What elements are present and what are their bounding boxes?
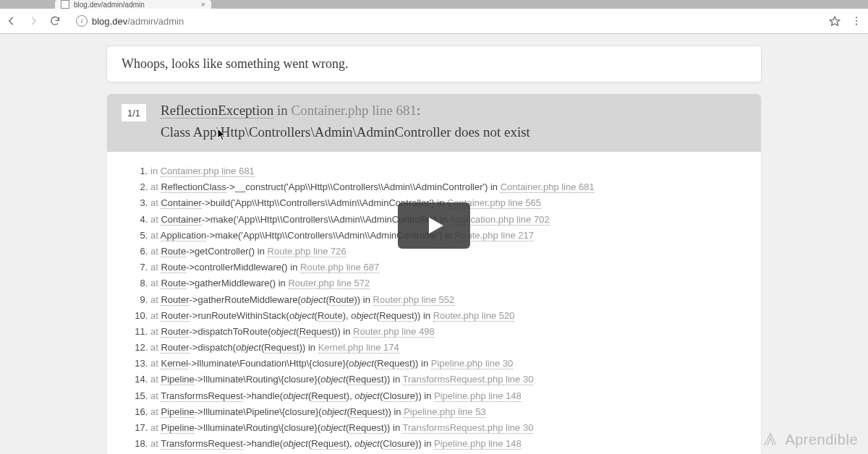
- stack-file-link[interactable]: Pipeline.php line 53: [404, 406, 485, 418]
- reload-icon[interactable]: [49, 15, 61, 27]
- svg-point-3: [856, 24, 857, 25]
- video-play-button[interactable]: [398, 202, 470, 249]
- stack-frame: at Router->dispatchToRoute(object(Reques…: [150, 325, 744, 338]
- exception-counter: 1/1: [122, 104, 146, 121]
- exception-header: 1/1 ReflectionException in Container.php…: [107, 94, 761, 152]
- exception-name[interactable]: ReflectionException: [161, 103, 273, 119]
- forward-icon[interactable]: [27, 15, 39, 27]
- stack-file-link[interactable]: Container.php line 681: [161, 166, 255, 177]
- exception-message: Class App\Http\Controllers\Admin\AdminCo…: [161, 124, 746, 140]
- stack-file-link[interactable]: Pipeline.php line 148: [434, 438, 522, 450]
- back-icon[interactable]: [6, 15, 17, 27]
- stack-frame: at ReflectionClass->__construct('App\\Ht…: [150, 181, 744, 194]
- stack-frame: at Kernel->Illuminate\Foundation\Http\{c…: [150, 357, 744, 370]
- watermark: Aprendible: [762, 431, 858, 448]
- tab-title: blog.dev/admin/admin: [74, 1, 145, 9]
- browser-tab-strip: blog.dev/admin/admin ×: [0, 0, 868, 9]
- watermark-text: Aprendible: [785, 432, 858, 448]
- stack-file-link[interactable]: TransformsRequest.php line 30: [402, 422, 533, 434]
- stack-frame: at Route->controllerMiddleware() in Rout…: [150, 261, 744, 274]
- svg-point-2: [856, 20, 857, 22]
- stack-frame: at Pipeline->Illuminate\Pipeline\{closur…: [150, 406, 744, 419]
- browser-toolbar: i blog.dev/admin/admin: [0, 9, 868, 34]
- stack-frame: at TransformsRequest->handle(object(Requ…: [150, 390, 744, 403]
- stack-file-link[interactable]: Container.php line 681: [501, 181, 595, 193]
- exception-title: ReflectionException in Container.php lin…: [161, 103, 746, 119]
- watermark-logo-icon: [762, 431, 779, 448]
- url-path: /admin/admin: [127, 16, 184, 27]
- stack-frame: at Pipeline->Illuminate\Routing\{closure…: [150, 373, 744, 386]
- whoops-banner: Whoops, looks like something went wrong.: [106, 46, 762, 82]
- page-favicon: [61, 0, 69, 9]
- browser-tab[interactable]: blog.dev/admin/admin ×: [55, 0, 211, 9]
- stack-file-link[interactable]: Router.php line 520: [433, 310, 515, 322]
- stack-frame: at Pipeline->Illuminate\Routing\{closure…: [150, 421, 744, 434]
- stack-file-link[interactable]: Router.php line 572: [288, 278, 370, 289]
- whoops-text: Whoops, looks like something went wrong.: [107, 46, 761, 82]
- bookmark-star-icon[interactable]: [829, 15, 841, 27]
- stack-file-link[interactable]: TransformsRequest.php line 30: [402, 374, 533, 385]
- stack-file-link[interactable]: Kernel.php line 174: [318, 342, 399, 354]
- stack-frame: at Router->gatherRouteMiddleware(object(…: [150, 294, 744, 307]
- svg-marker-4: [429, 218, 443, 234]
- stack-frame: at Router->dispatch(object(Request)) in …: [150, 341, 744, 354]
- stack-frame: at Route->gatherMiddleware() in Router.p…: [150, 277, 744, 290]
- close-icon[interactable]: ×: [201, 0, 205, 9]
- stack-frame: in Container.php line 681: [150, 165, 744, 178]
- stack-trace: in Container.php line 681at ReflectionCl…: [107, 152, 761, 454]
- url-host: blog.dev: [92, 16, 127, 27]
- stack-frame: at TransformsRequest->handle(object(Requ…: [150, 437, 744, 450]
- exception-panel: 1/1 ReflectionException in Container.php…: [107, 94, 761, 454]
- stack-file-link[interactable]: Router.php line 498: [353, 326, 435, 338]
- menu-kebab-icon[interactable]: [851, 15, 862, 27]
- site-info-icon[interactable]: i: [76, 15, 88, 27]
- exception-file-link[interactable]: Container.php line 681: [291, 103, 417, 118]
- svg-point-1: [856, 17, 857, 18]
- stack-file-link[interactable]: Pipeline.php line 30: [431, 358, 513, 369]
- stack-file-link[interactable]: Route.php line 687: [300, 262, 379, 273]
- stack-frame: at Router->runRouteWithinStack(object(Ro…: [150, 309, 744, 322]
- stack-file-link[interactable]: Router.php line 552: [373, 294, 455, 306]
- address-bar[interactable]: i blog.dev/admin/admin: [71, 11, 813, 31]
- svg-marker-0: [830, 17, 839, 25]
- stack-file-link[interactable]: Route.php line 726: [268, 246, 346, 257]
- stack-file-link[interactable]: Pipeline.php line 148: [434, 390, 522, 402]
